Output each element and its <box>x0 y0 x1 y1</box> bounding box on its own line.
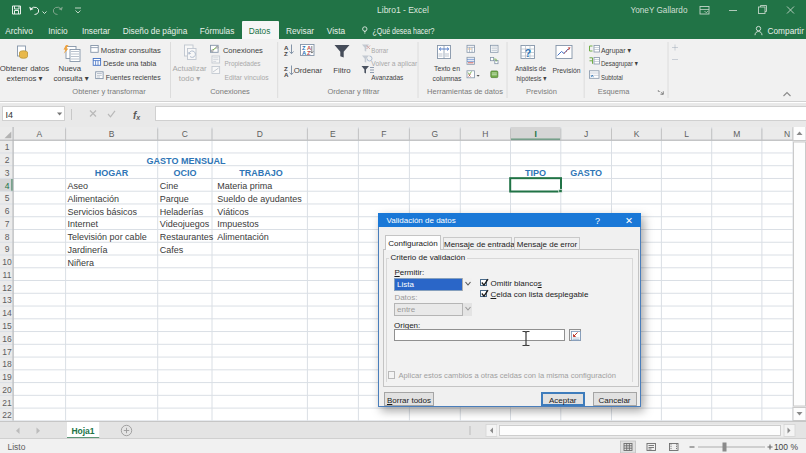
svg-text:Desagrupar ▾: Desagrupar ▾ <box>601 59 638 68</box>
svg-text:Ordenar y filtrar: Ordenar y filtrar <box>327 87 380 96</box>
svg-text:G: G <box>432 129 439 139</box>
svg-text:Ordenar: Ordenar <box>294 66 323 75</box>
svg-text:GASTO: GASTO <box>570 168 602 178</box>
svg-text:Niñera: Niñera <box>68 258 95 268</box>
svg-text:Datos: Datos <box>249 26 271 36</box>
svg-text:Previsión: Previsión <box>553 65 581 74</box>
svg-text:Restaurantes: Restaurantes <box>160 232 214 242</box>
svg-text:Conexiones: Conexiones <box>210 87 250 96</box>
svg-text:Obtener datos: Obtener datos <box>0 64 49 73</box>
svg-text:Mostrar consultas: Mostrar consultas <box>101 45 161 54</box>
svg-text:15: 15 <box>2 321 12 331</box>
svg-text:2: 2 <box>5 155 10 165</box>
svg-text:Agrupar ▾: Agrupar ▾ <box>601 45 631 54</box>
svg-text:E: E <box>330 129 336 139</box>
svg-text:I4: I4 <box>6 109 14 119</box>
svg-text:19: 19 <box>2 372 12 382</box>
svg-text:Propiedades: Propiedades <box>225 59 261 68</box>
svg-text:Volver a aplicar: Volver a aplicar <box>371 59 417 68</box>
svg-text:M: M <box>733 129 740 139</box>
svg-text:Alimentación: Alimentación <box>217 232 269 242</box>
svg-text:todo ▾: todo ▾ <box>179 73 200 82</box>
svg-text:Revisar: Revisar <box>286 26 314 36</box>
svg-text:Filtro: Filtro <box>333 66 351 75</box>
svg-text:Actualizar: Actualizar <box>172 64 207 73</box>
svg-text:21: 21 <box>2 398 12 408</box>
svg-text:C: C <box>182 129 188 139</box>
svg-text:L: L <box>684 129 689 139</box>
svg-text:8: 8 <box>5 232 10 242</box>
svg-text:10: 10 <box>2 257 12 267</box>
svg-text:D: D <box>257 129 263 139</box>
svg-text:Cafes: Cafes <box>160 245 184 255</box>
svg-text:consulta ▾: consulta ▾ <box>53 73 88 82</box>
svg-text:YoneY Gallardo: YoneY Gallardo <box>631 6 688 15</box>
svg-text:17: 17 <box>2 347 12 357</box>
svg-text:externos ▾: externos ▾ <box>7 73 43 82</box>
svg-text:Televisión por cable: Televisión por cable <box>68 232 147 242</box>
svg-text:Inicio: Inicio <box>48 26 68 36</box>
svg-text:fx: fx <box>133 109 141 120</box>
svg-text:HOGAR: HOGAR <box>95 168 129 178</box>
svg-text:3: 3 <box>5 168 10 178</box>
svg-text:Hoja1: Hoja1 <box>71 425 94 435</box>
svg-text:Editar vínculos: Editar vínculos <box>225 73 269 82</box>
svg-text:Desde una tabla: Desde una tabla <box>103 59 157 68</box>
svg-text:Heladerías: Heladerías <box>160 207 204 217</box>
svg-text:18: 18 <box>2 359 12 369</box>
svg-text:4: 4 <box>5 181 10 191</box>
svg-text:100 %: 100 % <box>774 442 799 452</box>
svg-text:Materia prima: Materia prima <box>217 181 272 191</box>
svg-text:TIPO: TIPO <box>525 168 546 178</box>
svg-text:14: 14 <box>2 308 12 318</box>
svg-text:Análisis de: Análisis de <box>515 64 546 73</box>
svg-text:Viáticos: Viáticos <box>217 207 249 217</box>
svg-text:11: 11 <box>3 270 12 280</box>
svg-text:20: 20 <box>2 385 12 395</box>
svg-text:A: A <box>36 129 42 139</box>
svg-text:7: 7 <box>5 219 10 229</box>
svg-text:13: 13 <box>2 295 12 305</box>
svg-text:Servicios básicos: Servicios básicos <box>68 207 138 217</box>
svg-text:columnas: columnas <box>433 73 462 82</box>
svg-text:Fórmulas: Fórmulas <box>200 26 235 36</box>
svg-text:Nueva: Nueva <box>59 64 82 73</box>
svg-text:Internet: Internet <box>68 219 99 229</box>
svg-text:Esquema: Esquema <box>598 87 631 96</box>
svg-text:Aseo: Aseo <box>68 181 89 191</box>
svg-text:?: ? <box>525 46 531 58</box>
svg-text:1: 1 <box>5 142 10 152</box>
svg-text:hipótesis ▾: hipótesis ▾ <box>517 73 547 82</box>
svg-text:Alimentación: Alimentación <box>68 194 120 204</box>
svg-text:Z: Z <box>307 49 311 55</box>
svg-text:Vista: Vista <box>327 26 346 36</box>
svg-text:A: A <box>284 70 289 77</box>
svg-text:Subtotal: Subtotal <box>601 73 623 82</box>
svg-text:Borrar: Borrar <box>371 45 388 54</box>
svg-text:5: 5 <box>5 193 10 203</box>
svg-text:Diseño de página: Diseño de página <box>123 26 188 36</box>
svg-text:Videojuegos: Videojuegos <box>160 219 210 229</box>
svg-text:GASTO MENSUAL: GASTO MENSUAL <box>147 156 226 166</box>
svg-text:F: F <box>381 129 386 139</box>
svg-text:Texto en: Texto en <box>434 64 460 73</box>
svg-text:Parque: Parque <box>160 194 189 204</box>
svg-text:Jardinería: Jardinería <box>68 245 108 255</box>
svg-text:Insertar: Insertar <box>82 26 110 36</box>
svg-text:I: I <box>534 129 536 139</box>
svg-text:B: B <box>109 129 115 139</box>
svg-text:¿Qué desea hacer?: ¿Qué desea hacer? <box>373 26 435 36</box>
svg-text:OCIO: OCIO <box>173 168 196 178</box>
svg-text:16: 16 <box>2 334 12 344</box>
svg-text:Obtener y transformar: Obtener y transformar <box>72 87 146 96</box>
svg-text:12: 12 <box>2 283 12 293</box>
svg-text:Avanzadas: Avanzadas <box>371 73 403 82</box>
svg-text:Herramientas de datos: Herramientas de datos <box>427 87 503 96</box>
svg-text:6: 6 <box>5 206 10 216</box>
svg-text:Conexiones: Conexiones <box>223 45 263 54</box>
svg-text:N: N <box>784 129 790 139</box>
svg-text:Libro1 - Excel: Libro1 - Excel <box>377 5 429 15</box>
svg-text:K: K <box>634 129 640 139</box>
svg-text:J: J <box>584 129 588 139</box>
svg-text:Z: Z <box>284 49 288 56</box>
